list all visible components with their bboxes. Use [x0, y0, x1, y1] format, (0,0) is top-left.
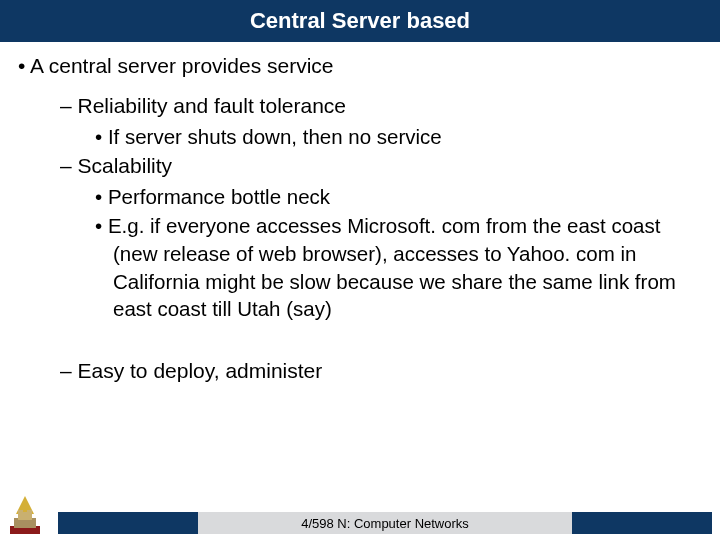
bullet-scalability: Scalability [18, 152, 702, 180]
bullet-reliability-detail: If server shuts down, then no service [18, 123, 702, 151]
footer-accent-right [572, 512, 712, 534]
bullet-reliability: Reliability and fault tolerance [18, 92, 702, 120]
footer-bar: 4/598 N: Computer Networks [58, 512, 712, 534]
footer-accent-left [58, 512, 198, 534]
slide-footer: 4/598 N: Computer Networks [0, 514, 720, 540]
svg-rect-4 [23, 500, 27, 512]
spacer [18, 325, 702, 357]
footer-text: 4/598 N: Computer Networks [301, 516, 469, 531]
bullet-bottleneck: Performance bottle neck [18, 183, 702, 211]
university-logo-icon [10, 496, 40, 534]
footer-course-label: 4/598 N: Computer Networks [198, 512, 572, 534]
slide-title-bar: Central Server based [0, 0, 720, 42]
slide-title: Central Server based [250, 8, 470, 34]
bullet-main: A central server provides service [18, 52, 702, 80]
slide-body: A central server provides service Reliab… [0, 42, 720, 385]
bullet-deploy: Easy to deploy, administer [18, 357, 702, 385]
bullet-example: E.g. if everyone accesses Microsoft. com… [18, 212, 702, 323]
